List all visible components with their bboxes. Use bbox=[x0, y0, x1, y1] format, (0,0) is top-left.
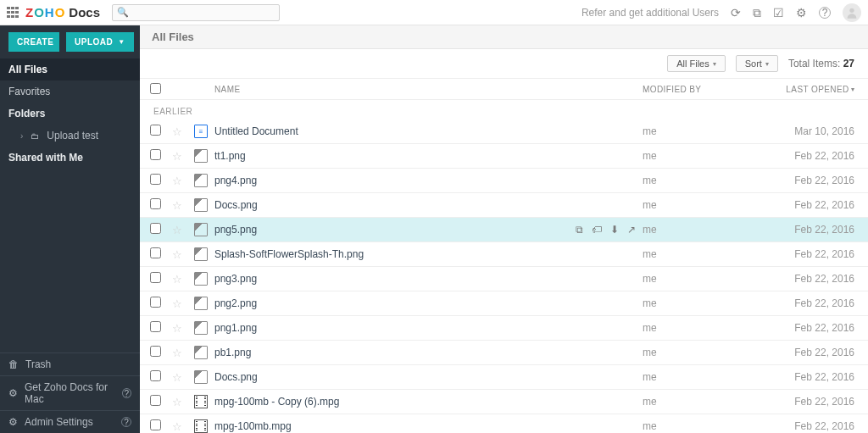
app-logo[interactable]: Z O H O Docs bbox=[25, 5, 100, 19]
row-checkbox[interactable] bbox=[150, 321, 161, 332]
column-name[interactable]: NAME bbox=[214, 85, 643, 94]
row-checkbox[interactable] bbox=[150, 346, 161, 357]
folder-upload-test[interactable]: 🗀Upload test bbox=[0, 125, 140, 147]
file-name[interactable]: png1.png bbox=[214, 322, 257, 334]
help-icon[interactable]: ? bbox=[121, 417, 131, 427]
file-name[interactable]: Docs.png bbox=[214, 371, 258, 383]
table-row[interactable]: ☆Splash-SoftFlowerSplash-Th.png⧉🏷⬇↗meFeb… bbox=[140, 242, 868, 267]
star-icon[interactable]: ☆ bbox=[172, 248, 194, 261]
refresh-icon[interactable]: ⟳ bbox=[731, 7, 741, 19]
table-row[interactable]: ☆≡Untitled Document⧉🏷⬇↗meMar 10, 2016 bbox=[140, 119, 868, 144]
row-checkbox[interactable] bbox=[150, 198, 161, 209]
row-checkbox[interactable] bbox=[150, 370, 161, 381]
select-all-checkbox[interactable] bbox=[150, 83, 161, 94]
user-avatar[interactable] bbox=[843, 3, 861, 22]
table-row[interactable]: ☆png2.png⧉🏷⬇↗meFeb 22, 2016 bbox=[140, 291, 868, 316]
file-type-img-icon bbox=[194, 247, 208, 261]
file-name[interactable]: Untitled Document bbox=[214, 125, 298, 137]
last-opened: Feb 22, 2016 bbox=[753, 297, 854, 309]
file-name[interactable]: Docs.png bbox=[214, 199, 258, 211]
star-icon[interactable]: ☆ bbox=[172, 199, 194, 212]
tasks-icon[interactable]: ☑ bbox=[773, 7, 784, 19]
apps-grid-icon[interactable] bbox=[7, 7, 19, 19]
table-row[interactable]: ☆Docs.png⧉🏷⬇↗meFeb 22, 2016 bbox=[140, 365, 868, 390]
file-name[interactable]: mpg-100mb - Copy (6).mpg bbox=[214, 396, 339, 408]
sidebar-trash[interactable]: 🗑Trash bbox=[0, 353, 140, 375]
modified-by: me bbox=[643, 199, 753, 211]
table-row[interactable]: ☆tt1.png⧉🏷⬇↗meFeb 22, 2016 bbox=[140, 144, 868, 169]
column-modified[interactable]: MODIFIED BY bbox=[643, 85, 753, 94]
table-row[interactable]: ☆png1.png⧉🏷⬇↗meFeb 22, 2016 bbox=[140, 316, 868, 341]
file-type-img-icon bbox=[194, 370, 208, 384]
create-button[interactable]: CREATE bbox=[8, 32, 59, 52]
sidebar-folders-header[interactable]: Folders bbox=[0, 103, 140, 125]
file-type-img-icon bbox=[194, 321, 208, 335]
row-checkbox[interactable] bbox=[150, 125, 161, 136]
table-row[interactable]: ☆mpg-100mb.mpg⧉🏷⬇↗meFeb 22, 2016 bbox=[140, 414, 868, 433]
star-icon[interactable]: ☆ bbox=[172, 273, 194, 286]
table-row[interactable]: ☆pb1.png⧉🏷⬇↗meFeb 22, 2016 bbox=[140, 341, 868, 365]
star-icon[interactable]: ☆ bbox=[172, 125, 194, 138]
file-type-img-icon bbox=[194, 198, 208, 212]
sidebar-item-all-files[interactable]: All Files bbox=[0, 58, 140, 80]
sidebar-admin-settings[interactable]: ⚙Admin Settings? bbox=[0, 410, 140, 433]
preview-icon[interactable]: ⧉ bbox=[576, 224, 583, 236]
help-icon[interactable]: ? bbox=[122, 388, 131, 398]
star-icon[interactable]: ☆ bbox=[172, 150, 194, 163]
file-name[interactable]: mpg-100mb.mpg bbox=[214, 420, 292, 432]
table-row[interactable]: ☆png3.png⧉🏷⬇↗meFeb 22, 2016 bbox=[140, 267, 868, 291]
star-icon[interactable]: ☆ bbox=[172, 297, 194, 310]
file-name[interactable]: Splash-SoftFlowerSplash-Th.png bbox=[214, 248, 364, 260]
row-checkbox[interactable] bbox=[150, 419, 161, 430]
row-checkbox[interactable] bbox=[150, 272, 161, 283]
sidebar-shared[interactable]: Shared with Me bbox=[0, 147, 140, 169]
row-checkbox[interactable] bbox=[150, 247, 161, 258]
download-icon[interactable]: ⬇ bbox=[610, 224, 619, 236]
file-name[interactable]: png5.png bbox=[214, 224, 257, 236]
modified-by: me bbox=[643, 273, 753, 285]
file-type-img-icon bbox=[194, 297, 208, 310]
row-checkbox[interactable] bbox=[150, 223, 161, 234]
share-icon[interactable]: ↗ bbox=[627, 224, 636, 236]
star-icon[interactable]: ☆ bbox=[172, 396, 194, 408]
file-name[interactable]: png2.png bbox=[214, 297, 257, 309]
gear-icon: ⚙ bbox=[8, 416, 18, 428]
search-input[interactable] bbox=[112, 4, 280, 21]
star-icon[interactable]: ☆ bbox=[172, 371, 194, 384]
sidebar: CREATE UPLOAD▼ All FilesFavorites Folder… bbox=[0, 25, 140, 433]
sidebar-get-zoho-docs-for-mac[interactable]: ⚙Get Zoho Docs for Mac? bbox=[0, 375, 140, 410]
modified-by: me bbox=[643, 347, 753, 358]
help-icon[interactable]: ? bbox=[819, 7, 831, 19]
modified-by: me bbox=[643, 297, 753, 309]
modified-by: me bbox=[643, 175, 753, 186]
row-checkbox[interactable] bbox=[150, 149, 161, 160]
settings-icon[interactable]: ⚙ bbox=[796, 7, 807, 19]
star-icon[interactable]: ☆ bbox=[172, 175, 194, 187]
table-row[interactable]: ☆png5.png⧉🏷⬇↗meFeb 22, 2016 bbox=[140, 218, 868, 242]
filter-dropdown[interactable]: All Files▾ bbox=[667, 55, 726, 72]
star-icon[interactable]: ☆ bbox=[172, 322, 194, 335]
upload-button[interactable]: UPLOAD▼ bbox=[66, 32, 134, 52]
sort-dropdown[interactable]: Sort▾ bbox=[736, 55, 778, 72]
dropbox-icon[interactable]: ⧉ bbox=[753, 7, 761, 19]
row-checkbox[interactable] bbox=[150, 395, 161, 406]
file-name[interactable]: pb1.png bbox=[214, 347, 251, 358]
sidebar-item-favorites[interactable]: Favorites bbox=[0, 80, 140, 103]
star-icon[interactable]: ☆ bbox=[172, 347, 194, 359]
table-row[interactable]: ☆mpg-100mb - Copy (6).mpg⧉🏷⬇↗meFeb 22, 2… bbox=[140, 390, 868, 414]
chevron-down-icon: ▾ bbox=[765, 60, 769, 68]
star-icon[interactable]: ☆ bbox=[172, 224, 194, 236]
file-name[interactable]: png3.png bbox=[214, 273, 257, 285]
row-checkbox[interactable] bbox=[150, 174, 161, 185]
row-checkbox[interactable] bbox=[150, 297, 161, 308]
refer-link[interactable]: Refer and get additional Users bbox=[581, 7, 719, 19]
row-actions: ⧉🏷⬇↗ bbox=[576, 224, 636, 236]
file-name[interactable]: tt1.png bbox=[214, 150, 246, 162]
tag-icon[interactable]: 🏷 bbox=[592, 224, 602, 236]
table-row[interactable]: ☆Docs.png⧉🏷⬇↗meFeb 22, 2016 bbox=[140, 193, 868, 218]
file-name[interactable]: png4.png bbox=[214, 175, 257, 186]
star-icon[interactable]: ☆ bbox=[172, 420, 194, 433]
table-row[interactable]: ☆png4.png⧉🏷⬇↗meFeb 22, 2016 bbox=[140, 169, 868, 193]
file-table: NAME MODIFIED BY LAST OPENED▾ EARLIER ☆≡… bbox=[140, 78, 868, 433]
column-last-opened[interactable]: LAST OPENED▾ bbox=[753, 85, 854, 94]
